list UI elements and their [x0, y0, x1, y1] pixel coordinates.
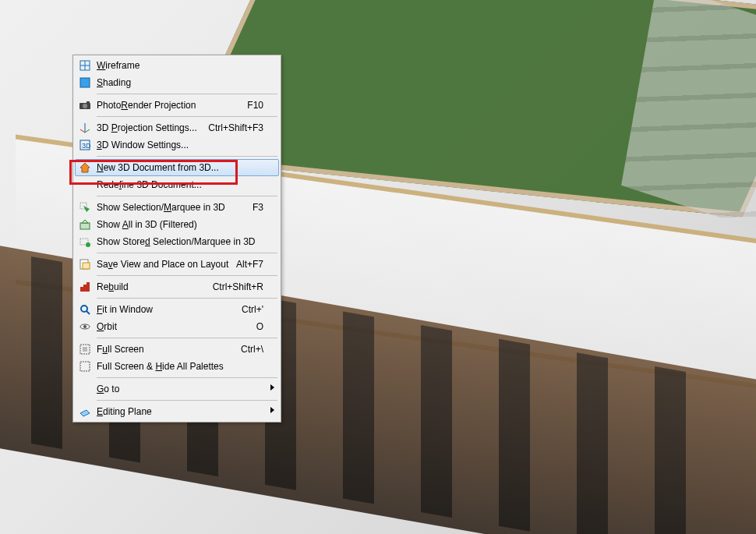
menu-separator: [97, 196, 277, 196]
svg-point-27: [83, 325, 87, 328]
svg-rect-21: [80, 287, 83, 292]
svg-rect-15: [80, 223, 90, 229]
menu-label: Show All in 3D (Filtered): [97, 219, 197, 230]
svg-rect-3: [80, 78, 90, 87]
menu-label: Wireframe: [97, 60, 140, 71]
menu-separator: [97, 94, 277, 94]
show-stored-icon: [79, 235, 91, 248]
submenu-arrow-icon: [270, 407, 274, 413]
3d-viewport[interactable]: Wireframe Shading PhotoRender Projection…: [0, 0, 756, 534]
orbit-icon: [79, 320, 91, 333]
menu-label: Go to: [97, 384, 119, 394]
menu-separator: [97, 377, 277, 378]
menu-label: Editing Plane: [97, 406, 152, 417]
menu-item-window-settings[interactable]: 3D 3D Window Settings...: [75, 136, 279, 154]
fullscreen-hide-icon: [79, 360, 91, 373]
menu-label: Show Selection/Marquee in 3D: [97, 202, 225, 213]
svg-point-18: [86, 242, 90, 247]
svg-rect-23: [87, 282, 90, 292]
svg-line-8: [80, 129, 85, 133]
menu-label: Rebuild: [97, 281, 129, 292]
menu-item-projection-settings[interactable]: 3D Projection Settings... Ctrl+Shift+F3: [75, 119, 279, 136]
menu-label: Fit in Window: [97, 304, 153, 315]
camera-icon: [79, 99, 91, 111]
menu-label: Redefine 3D Document...: [97, 179, 202, 190]
menu-shortcut: Alt+F7: [236, 256, 263, 273]
svg-rect-30: [80, 362, 90, 371]
menu-shortcut: Ctrl+\: [241, 341, 263, 358]
menu-label: Show Stored Selection/Marquee in 3D: [97, 236, 255, 247]
menu-label: Save View and Place on Layout: [97, 259, 228, 270]
svg-rect-20: [83, 263, 90, 269]
menu-separator: [97, 298, 277, 299]
menu-item-new-3d-document[interactable]: New 3D Document from 3D...: [75, 159, 279, 176]
menu-shortcut: O: [256, 318, 263, 335]
menu-label: Shading: [97, 77, 131, 88]
menu-item-shading[interactable]: Shading: [75, 74, 279, 91]
menu-item-rebuild[interactable]: Rebuild Ctrl+Shift+R: [75, 278, 279, 295]
menu-shortcut: Ctrl+Shift+R: [213, 278, 263, 295]
menu-separator: [97, 400, 277, 401]
menu-item-full-screen-hide[interactable]: Full Screen & Hide All Palettes: [75, 358, 279, 375]
menu-item-wireframe[interactable]: Wireframe: [75, 57, 279, 74]
menu-shortcut: F10: [247, 97, 263, 114]
svg-line-25: [87, 311, 90, 314]
menu-item-show-stored[interactable]: Show Stored Selection/Marquee in 3D: [75, 233, 279, 250]
menu-item-redefine-3d-document[interactable]: Redefine 3D Document...: [75, 176, 279, 193]
svg-rect-6: [87, 101, 90, 104]
menu-separator: [97, 116, 277, 117]
menu-label: PhotoRender Projection: [97, 100, 196, 111]
menu-shortcut: Ctrl+': [242, 301, 263, 318]
svg-rect-22: [83, 285, 87, 292]
menu-item-photorender[interactable]: PhotoRender Projection F10: [75, 97, 279, 114]
show-selection-icon: [79, 201, 91, 214]
fullscreen-icon: [79, 343, 91, 355]
menu-item-save-view[interactable]: Save View and Place on Layout Alt+F7: [75, 256, 279, 273]
menu-item-go-to[interactable]: Go to: [75, 380, 279, 398]
show-all-icon: [79, 218, 91, 231]
menu-item-show-all[interactable]: Show All in 3D (Filtered): [75, 216, 279, 233]
menu-label: 3D Window Settings...: [97, 140, 189, 150]
menu-item-show-selection[interactable]: Show Selection/Marquee in 3D F3: [75, 199, 279, 216]
svg-rect-29: [83, 347, 87, 352]
svg-marker-12: [80, 163, 90, 172]
svg-point-24: [81, 306, 87, 312]
menu-separator: [97, 156, 277, 157]
house-icon: [79, 161, 91, 174]
shading-icon: [79, 76, 91, 89]
menu-separator: [97, 253, 277, 253]
menu-item-fit-in-window[interactable]: Fit in Window Ctrl+': [75, 301, 279, 318]
axes-icon: [79, 122, 91, 134]
menu-label: New 3D Document from 3D...: [97, 162, 219, 173]
menu-shortcut: F3: [253, 199, 263, 216]
wireframe-icon: [79, 59, 91, 72]
menu-label: 3D Projection Settings...: [97, 122, 197, 133]
save-view-icon: [79, 258, 91, 271]
menu-label: Full Screen & Hide All Palettes: [97, 361, 224, 372]
fit-icon: [79, 303, 91, 316]
menu-label: Orbit: [97, 321, 117, 332]
svg-marker-31: [80, 410, 90, 416]
menu-item-orbit[interactable]: Orbit O: [75, 318, 279, 335]
plane-icon: [79, 405, 91, 418]
svg-point-5: [83, 104, 87, 108]
menu-shortcut: Ctrl+Shift+F3: [208, 119, 263, 136]
menu-item-full-screen[interactable]: Full Screen Ctrl+\: [75, 341, 279, 358]
svg-line-9: [85, 129, 90, 133]
submenu-arrow-icon: [270, 384, 274, 391]
svg-text:3D: 3D: [82, 142, 91, 150]
context-menu[interactable]: Wireframe Shading PhotoRender Projection…: [72, 55, 281, 423]
menu-item-editing-plane[interactable]: Editing Plane: [75, 403, 279, 420]
svg-marker-16: [82, 220, 88, 223]
window3d-icon: 3D: [79, 139, 91, 151]
menu-separator: [97, 338, 277, 338]
menu-separator: [97, 275, 277, 276]
menu-label: Full Screen: [97, 344, 144, 355]
rebuild-icon: [79, 281, 91, 293]
